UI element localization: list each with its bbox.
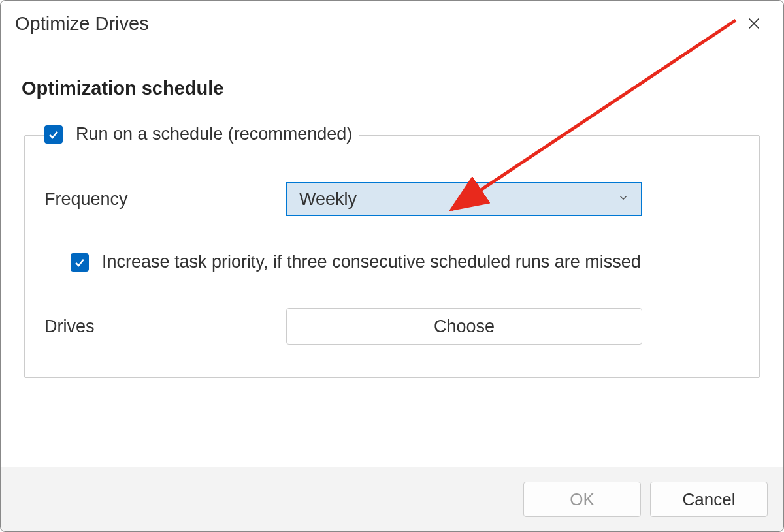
close-button[interactable] bbox=[739, 8, 769, 39]
frequency-label: Frequency bbox=[44, 189, 286, 210]
frequency-row: Frequency Weekly bbox=[44, 182, 740, 216]
increase-priority-label: Increase task priority, if three consecu… bbox=[102, 252, 641, 272]
check-icon bbox=[47, 128, 60, 141]
run-schedule-checkbox[interactable] bbox=[44, 125, 63, 144]
frequency-dropdown[interactable]: Weekly bbox=[286, 182, 642, 216]
run-schedule-label: Run on a schedule (recommended) bbox=[76, 124, 352, 144]
titlebar: Optimize Drives bbox=[1, 1, 783, 39]
drives-row: Drives Choose bbox=[44, 308, 740, 345]
cancel-button-label: Cancel bbox=[683, 490, 736, 510]
check-icon bbox=[73, 256, 86, 269]
section-header: Optimization schedule bbox=[22, 78, 762, 99]
dialog-content: Optimization schedule Run on a schedule … bbox=[1, 39, 783, 467]
increase-priority-checkbox[interactable] bbox=[71, 253, 89, 272]
frequency-value: Weekly bbox=[299, 189, 357, 210]
dialog-title: Optimize Drives bbox=[15, 13, 149, 35]
choose-button-label: Choose bbox=[434, 317, 495, 337]
close-icon bbox=[747, 16, 761, 31]
drives-label: Drives bbox=[44, 317, 286, 337]
ok-button[interactable]: OK bbox=[523, 482, 641, 517]
choose-drives-button[interactable]: Choose bbox=[286, 308, 642, 345]
schedule-fieldset: Run on a schedule (recommended) Frequenc… bbox=[24, 135, 760, 378]
dialog-footer: OK Cancel bbox=[1, 467, 783, 531]
ok-button-label: OK bbox=[570, 490, 595, 510]
optimize-drives-dialog: Optimize Drives Optimization schedule Ru… bbox=[0, 0, 784, 532]
run-schedule-checkbox-row: Run on a schedule (recommended) bbox=[44, 124, 359, 144]
chevron-down-icon bbox=[617, 192, 629, 206]
cancel-button[interactable]: Cancel bbox=[650, 482, 768, 517]
increase-priority-row: Increase task priority, if three consecu… bbox=[71, 252, 740, 272]
